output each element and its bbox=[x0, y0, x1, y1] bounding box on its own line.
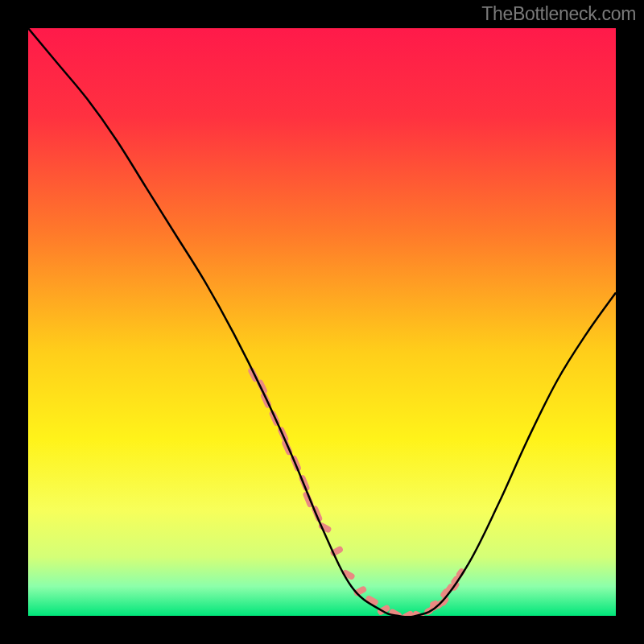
svg-line-23 bbox=[357, 589, 363, 592]
svg-line-15 bbox=[444, 592, 445, 594]
svg-line-22 bbox=[345, 573, 351, 576]
svg-line-12 bbox=[433, 604, 435, 605]
svg-line-24 bbox=[369, 599, 374, 602]
svg-line-16 bbox=[449, 587, 451, 589]
attribution-text: TheBottleneck.com bbox=[481, 3, 636, 25]
svg-line-27 bbox=[404, 614, 410, 616]
chart-svg bbox=[28, 28, 616, 616]
svg-line-21 bbox=[334, 550, 340, 553]
svg-line-18 bbox=[454, 580, 456, 582]
chart-plot-area bbox=[28, 28, 616, 616]
chart-container: TheBottleneck.com bbox=[0, 0, 644, 644]
